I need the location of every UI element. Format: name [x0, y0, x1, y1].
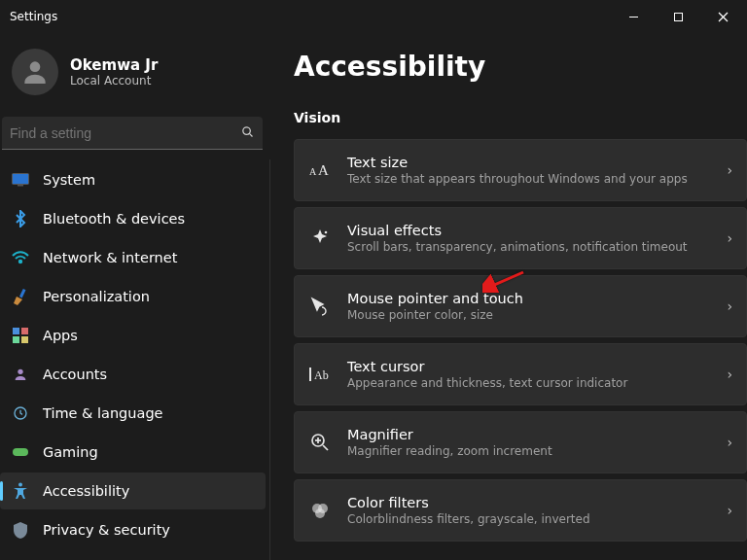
text-size-icon: AA	[308, 161, 332, 179]
minimize-button[interactable]	[611, 0, 656, 33]
accessibility-icon	[12, 482, 29, 500]
card-sub: Text size that appears throughout Window…	[347, 172, 711, 186]
card-sub: Appearance and thickness, text cursor in…	[347, 376, 711, 390]
nav-label: Bluetooth & devices	[43, 211, 185, 227]
color-filters-icon	[308, 501, 332, 520]
apps-icon	[12, 327, 29, 344]
svg-text:Ab: Ab	[314, 368, 329, 382]
svg-line-6	[249, 133, 252, 136]
search-input[interactable]	[10, 125, 240, 141]
card-title: Magnifier	[347, 427, 711, 442]
gaming-icon	[12, 443, 29, 461]
chevron-right-icon: ›	[727, 230, 732, 246]
svg-text:A: A	[309, 166, 317, 177]
svg-rect-13	[13, 336, 19, 343]
svg-point-5	[243, 126, 251, 134]
card-text-cursor[interactable]: Ab Text cursor Appearance and thickness,…	[294, 343, 747, 405]
bluetooth-icon	[12, 210, 29, 228]
user-name: Okemwa Jr	[70, 56, 158, 74]
card-visual-effects[interactable]: Visual effects Scroll bars, transparency…	[294, 207, 747, 269]
card-title: Text size	[347, 155, 711, 170]
svg-point-18	[18, 483, 22, 487]
svg-rect-10	[19, 289, 26, 298]
user-block[interactable]: Okemwa Jr Local Account	[0, 39, 270, 105]
accounts-icon	[12, 366, 29, 383]
chevron-right-icon: ›	[727, 298, 732, 314]
maximize-button[interactable]	[656, 0, 700, 33]
svg-point-21	[325, 231, 328, 234]
card-title: Text cursor	[347, 359, 711, 374]
chevron-right-icon: ›	[727, 503, 732, 518]
nav-label: Time & language	[43, 405, 163, 421]
nav-apps[interactable]: Apps	[0, 317, 266, 354]
search-box[interactable]	[2, 117, 263, 150]
nav-bluetooth[interactable]: Bluetooth & devices	[0, 200, 266, 237]
magnifier-icon	[308, 433, 332, 452]
nav-accounts[interactable]: Accounts	[0, 356, 266, 393]
svg-rect-17	[13, 448, 28, 456]
nav-label: Accessibility	[43, 483, 129, 499]
svg-rect-1	[674, 13, 682, 20]
svg-rect-7	[13, 174, 29, 185]
card-sub: Colorblindness filters, grayscale, inver…	[347, 512, 711, 526]
card-title: Mouse pointer and touch	[347, 291, 711, 306]
card-color-filters[interactable]: Color filters Colorblindness filters, gr…	[294, 479, 747, 542]
wifi-icon	[12, 249, 29, 266]
svg-rect-14	[21, 336, 28, 343]
close-button[interactable]	[700, 0, 745, 33]
nav-label: Accounts	[43, 367, 107, 382]
card-title: Color filters	[347, 495, 711, 510]
card-sub: Mouse pointer color, size	[347, 308, 711, 322]
nav-list: System Bluetooth & devices Network & int…	[0, 159, 270, 560]
user-role: Local Account	[70, 74, 158, 88]
svg-line-31	[490, 272, 523, 287]
svg-rect-12	[21, 328, 28, 334]
brush-icon	[12, 288, 29, 305]
chevron-right-icon: ›	[727, 435, 732, 450]
nav-time[interactable]: Time & language	[0, 395, 266, 432]
nav-accessibility[interactable]: Accessibility	[0, 472, 266, 509]
nav-system[interactable]: System	[0, 161, 266, 198]
chevron-right-icon: ›	[727, 162, 732, 178]
nav-label: System	[43, 172, 95, 188]
svg-line-25	[323, 445, 328, 450]
pointer-icon	[308, 297, 332, 316]
text-cursor-icon: Ab	[308, 367, 332, 382]
nav-label: Privacy & security	[43, 522, 170, 538]
annotation-arrow	[482, 269, 525, 297]
svg-point-30	[315, 508, 325, 518]
clock-icon	[12, 404, 29, 422]
avatar	[12, 49, 58, 95]
shield-icon	[12, 521, 29, 539]
window-title: Settings	[10, 10, 57, 23]
search-icon	[240, 124, 255, 142]
card-text-size[interactable]: AA Text size Text size that appears thro…	[294, 139, 747, 201]
nav-label: Personalization	[43, 289, 150, 304]
card-list: AA Text size Text size that appears thro…	[294, 139, 747, 542]
svg-rect-11	[13, 328, 19, 334]
nav-label: Apps	[43, 328, 78, 343]
svg-point-4	[30, 61, 41, 72]
nav-label: Gaming	[43, 444, 98, 460]
svg-text:A: A	[318, 162, 329, 178]
title-bar: Settings	[0, 0, 747, 33]
section-vision: Vision	[294, 110, 747, 125]
svg-point-15	[18, 369, 22, 374]
nav-gaming[interactable]: Gaming	[0, 434, 266, 471]
sparkle-icon	[308, 228, 332, 248]
nav-personalization[interactable]: Personalization	[0, 278, 266, 315]
card-magnifier[interactable]: Magnifier Magnifier reading, zoom increm…	[294, 411, 747, 473]
chevron-right-icon: ›	[727, 367, 732, 382]
svg-rect-8	[18, 185, 23, 187]
nav-privacy[interactable]: Privacy & security	[0, 511, 266, 548]
nav-network[interactable]: Network & internet	[0, 239, 266, 276]
nav-label: Network & internet	[43, 250, 177, 265]
page-title: Accessibility	[294, 51, 747, 83]
card-sub: Magnifier reading, zoom increment	[347, 444, 711, 458]
card-title: Visual effects	[347, 223, 711, 238]
card-sub: Scroll bars, transparency, animations, n…	[347, 240, 711, 254]
svg-point-9	[19, 261, 21, 262]
sidebar: Okemwa Jr Local Account System Bluetooth…	[0, 33, 270, 560]
main-content: Accessibility Vision AA Text size Text s…	[270, 33, 747, 560]
system-icon	[12, 171, 29, 189]
